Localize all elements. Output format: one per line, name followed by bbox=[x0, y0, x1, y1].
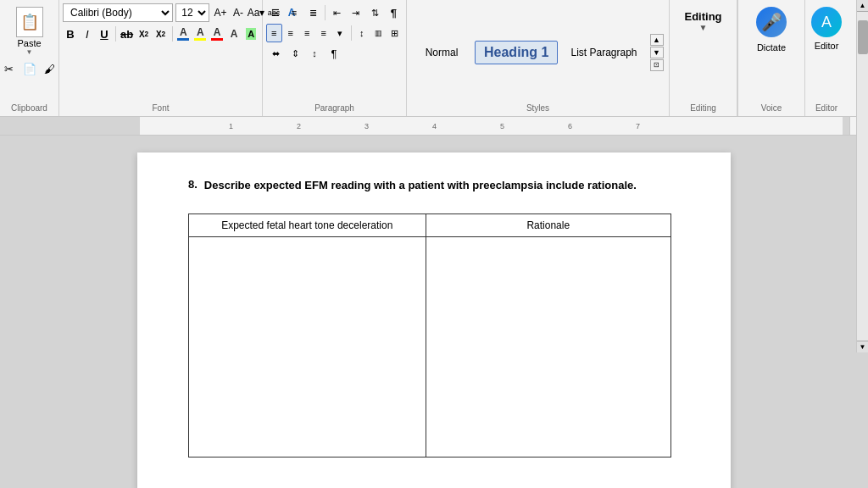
indent-left-button[interactable]: ⬌ bbox=[266, 44, 285, 63]
underline-button[interactable]: U bbox=[97, 25, 112, 43]
question-8: 8. Describe expected EFM reading with a … bbox=[188, 178, 680, 203]
line-spacing-button[interactable]: ↕ bbox=[353, 24, 370, 42]
highlight-color-button[interactable]: A bbox=[192, 25, 208, 43]
styles-scroll-up[interactable]: ▲ bbox=[650, 34, 664, 46]
ruler-mark-4: 4 bbox=[432, 122, 437, 130]
editor-label: Editor bbox=[815, 41, 839, 51]
numbering-button[interactable]: ≡ bbox=[285, 3, 303, 22]
paste-dropdown-arrow: ▼ bbox=[26, 48, 33, 56]
paste-label: Paste bbox=[17, 38, 41, 48]
decrease-font-size-button[interactable]: A- bbox=[230, 3, 247, 22]
question-text: Describe expected EFM reading with a pat… bbox=[204, 178, 637, 193]
dictate-button[interactable]: 🎤 bbox=[756, 7, 787, 37]
cut-button[interactable]: ✂ bbox=[0, 59, 19, 78]
align-left-button[interactable]: ≡ bbox=[266, 24, 282, 42]
decrease-indent-button[interactable]: ⇤ bbox=[328, 3, 346, 22]
character-shading-button[interactable]: A bbox=[209, 25, 225, 43]
ruler-mark-3: 3 bbox=[364, 122, 369, 130]
editing-label: Editing bbox=[670, 103, 737, 113]
question-number: 8. bbox=[188, 178, 198, 203]
shading-button[interactable]: ▥ bbox=[370, 24, 387, 42]
para-spacing-button[interactable]: ⇕ bbox=[286, 44, 304, 63]
paste-icon: 📋 bbox=[16, 7, 43, 37]
para-sort-btn2[interactable]: ↕ bbox=[305, 44, 324, 63]
styles-scroll-down[interactable]: ▼ bbox=[650, 47, 664, 58]
clipboard-section: 📋 Paste ▼ ✂ 📄 🖌 Clipboard bbox=[0, 0, 59, 116]
change-case-button[interactable]: Aa▾ bbox=[248, 3, 264, 22]
ruler-mark-1: 1 bbox=[229, 122, 233, 130]
font-size-select[interactable]: 12 8101114 bbox=[175, 3, 209, 22]
scroll-down-button[interactable]: ▼ bbox=[857, 341, 869, 352]
scroll-track bbox=[857, 136, 869, 341]
paragraph-section: ☰ ≡ ≣ ⇤ ⇥ ⇅ ¶ ≡ ≡ ≡ ≡ ▾ ↕ ▥ ⊞ ⬌ ⇕ ↕ ¶ Pa… bbox=[263, 0, 407, 116]
col2-data[interactable] bbox=[426, 237, 670, 458]
ruler-mark-7: 7 bbox=[636, 122, 640, 130]
superscript-button[interactable]: X2 bbox=[153, 25, 169, 43]
dictate-label: Dictate bbox=[757, 42, 786, 53]
sep3 bbox=[325, 5, 326, 20]
multilevel-list-button[interactable]: ≣ bbox=[304, 3, 322, 22]
font-color-button[interactable]: A bbox=[175, 25, 191, 43]
ruler-mark-2: 2 bbox=[297, 122, 301, 130]
bold-button[interactable]: B bbox=[63, 25, 78, 43]
editing-dropdown[interactable]: ▼ bbox=[699, 23, 708, 32]
document-area: 8. Describe expected EFM reading with a … bbox=[0, 136, 868, 488]
clipboard-label: Clipboard bbox=[0, 103, 58, 113]
align-center-button[interactable]: ≡ bbox=[283, 24, 299, 42]
table-header-row: Expected fetal heart tone deceleration R… bbox=[189, 214, 671, 237]
styles-section: Normal Heading 1 List Paragraph ▲ ▼ ⊡ St… bbox=[407, 0, 670, 116]
italic-button[interactable]: I bbox=[80, 25, 95, 43]
styles-label: Styles bbox=[407, 103, 669, 113]
justify-button[interactable]: ≡ bbox=[316, 24, 332, 42]
editing-section: Editing ▼ Editing bbox=[670, 0, 737, 116]
editing-text: Editing bbox=[684, 10, 721, 23]
col1-header: Expected fetal heart tone deceleration bbox=[189, 214, 426, 237]
align-dropdown-button[interactable]: ▾ bbox=[332, 24, 348, 42]
vertical-scrollbar[interactable]: ▲ ▼ bbox=[856, 136, 868, 352]
efm-table: Expected fetal heart tone deceleration R… bbox=[188, 214, 671, 458]
ruler-mark-5: 5 bbox=[500, 122, 504, 130]
voice-label: Voice bbox=[738, 103, 804, 113]
text-highlight-button[interactable]: A bbox=[243, 25, 259, 43]
format-painter-button[interactable]: 🖌 bbox=[41, 59, 59, 78]
ruler-left-margin bbox=[0, 117, 140, 135]
col1-data[interactable] bbox=[189, 237, 426, 458]
align-right-button[interactable]: ≡ bbox=[299, 24, 315, 42]
editor-section-label: Editor bbox=[805, 103, 848, 113]
paste-button[interactable]: 📋 Paste ▼ bbox=[16, 7, 43, 56]
ruler-mark-6: 6 bbox=[568, 122, 572, 130]
separator2 bbox=[172, 26, 173, 42]
styles-scroll-buttons: ▲ ▼ ⊡ bbox=[650, 34, 664, 71]
voice-section: 🎤 Dictate Voice bbox=[737, 0, 805, 116]
copy-button[interactable]: 📄 bbox=[20, 59, 39, 78]
bullets-button[interactable]: ☰ bbox=[266, 3, 284, 22]
paragraph-label: Paragraph bbox=[263, 103, 406, 113]
editor-button[interactable]: A bbox=[811, 7, 842, 37]
border-button[interactable]: ⊞ bbox=[387, 24, 403, 42]
subscript-button[interactable]: X2 bbox=[136, 25, 152, 43]
clear-all-formatting-button[interactable]: A bbox=[226, 25, 242, 43]
ribbon: 📋 Paste ▼ ✂ 📄 🖌 Clipboard Calibri (Body)… bbox=[0, 0, 868, 117]
style-heading1[interactable]: Heading 1 bbox=[475, 41, 558, 64]
sort-button[interactable]: ⇅ bbox=[365, 3, 383, 22]
strikethrough-button[interactable]: ab bbox=[120, 25, 135, 43]
font-name-select[interactable]: Calibri (Body) Arial Times New Roman bbox=[63, 3, 173, 22]
separator bbox=[115, 26, 116, 42]
font-section: Calibri (Body) Arial Times New Roman 12 … bbox=[59, 0, 263, 116]
ruler-content: 1 2 3 4 5 6 7 bbox=[140, 117, 868, 135]
show-marks-button[interactable]: ¶ bbox=[385, 3, 403, 22]
editor-section: A Editor Editor bbox=[805, 0, 848, 116]
increase-indent-button[interactable]: ⇥ bbox=[347, 3, 364, 22]
sep4 bbox=[351, 25, 352, 41]
table-data-row bbox=[189, 237, 671, 458]
col2-header: Rationale bbox=[426, 214, 670, 237]
style-list-paragraph[interactable]: List Paragraph bbox=[561, 42, 646, 63]
styles-more[interactable]: ⊡ bbox=[650, 59, 664, 71]
style-normal[interactable]: Normal bbox=[412, 42, 471, 63]
document-page: 8. Describe expected EFM reading with a … bbox=[137, 152, 731, 488]
font-label: Font bbox=[59, 103, 262, 113]
show-paragraph-button[interactable]: ¶ bbox=[325, 44, 343, 63]
increase-font-size-button[interactable]: A+ bbox=[212, 3, 229, 22]
ruler: 1 2 3 4 5 6 7 ▶ ▲ bbox=[0, 117, 868, 136]
